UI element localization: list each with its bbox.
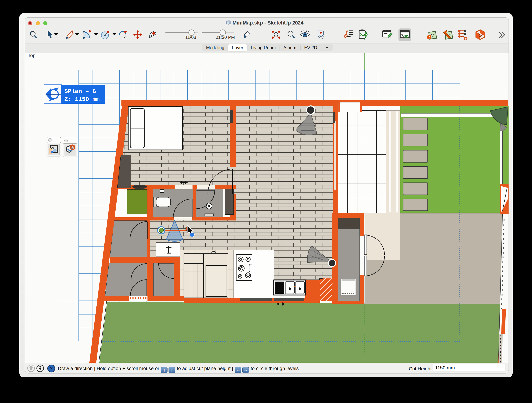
svg-text:Top: Top [28, 53, 36, 58]
svg-text:?: ? [50, 365, 53, 371]
svg-text:SPlan – G: SPlan – G [64, 88, 96, 95]
svg-text:Z: 1150 mm: Z: 1150 mm [64, 96, 100, 103]
